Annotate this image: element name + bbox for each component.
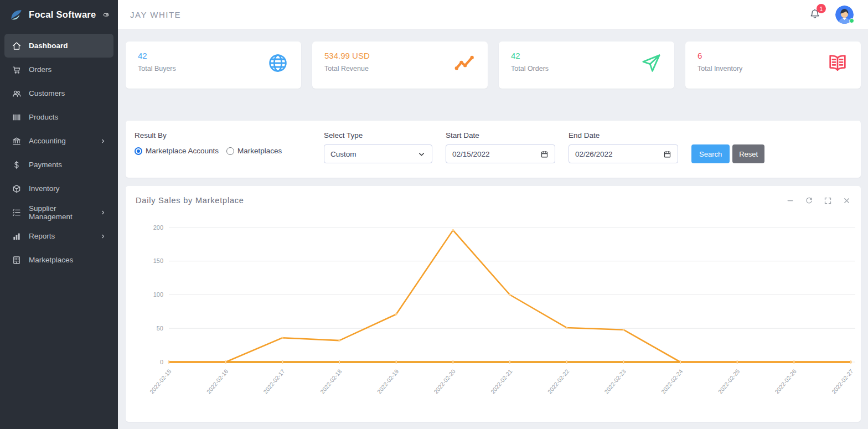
line-chart: 0501001502002022-02-152022-02-162022-02-… [136, 219, 851, 415]
svg-text:2022-02-20: 2022-02-20 [432, 368, 457, 395]
user-avatar[interactable] [835, 6, 854, 24]
sidebar-item-products[interactable]: Products [4, 105, 113, 129]
brand-name: Focal Software [29, 9, 96, 20]
sidebar-item-orders[interactable]: Orders [4, 58, 113, 81]
svg-text:2022-02-16: 2022-02-16 [205, 368, 229, 395]
sidebar-item-label: Supplier Management [29, 204, 92, 221]
svg-text:2022-02-17: 2022-02-17 [262, 368, 286, 395]
notifications-button[interactable]: 1 [809, 8, 821, 21]
sidebar-item-accounting[interactable]: Accounting [4, 129, 113, 153]
sidebar: Focal Software DashboardOrdersCustomersP… [0, 0, 118, 429]
bar-chart-icon [12, 231, 22, 241]
select-type-label: Select Type [324, 131, 432, 139]
svg-text:2022-02-24: 2022-02-24 [660, 368, 684, 395]
chart-panel: Daily Sales by Marketplace [126, 186, 861, 422]
stat-card-total-orders: 42Total Orders [499, 42, 674, 89]
stat-card-total-buyers: 42Total Buyers [126, 42, 301, 89]
select-type-dropdown[interactable]: Custom [324, 144, 432, 163]
stat-value: 6 [698, 51, 742, 60]
trend-icon [453, 52, 476, 74]
radio-marketplace-accounts-label[interactable]: Marketplace Accounts [146, 147, 219, 155]
sidebar-item-label: Dashboard [29, 42, 68, 50]
svg-text:150: 150 [153, 257, 163, 264]
dollar-icon [12, 160, 22, 170]
calendar-icon [540, 150, 549, 158]
minimize-icon[interactable] [786, 197, 794, 205]
svg-text:2022-02-19: 2022-02-19 [375, 368, 400, 395]
users-icon [12, 89, 22, 99]
svg-text:100: 100 [153, 291, 163, 298]
close-icon[interactable] [843, 197, 851, 205]
svg-text:2022-02-15: 2022-02-15 [148, 368, 173, 395]
stat-label: Total Revenue [324, 65, 370, 73]
sidebar-collapse-toggle-icon[interactable] [103, 10, 109, 19]
online-status-dot [849, 18, 854, 23]
stat-label: Total Inventory [698, 65, 742, 73]
chevron-right-icon [100, 138, 106, 144]
radio-marketplaces[interactable] [226, 147, 234, 155]
svg-text:2022-02-25: 2022-02-25 [716, 368, 741, 395]
main-area: JAY WHITE 1 [118, 0, 868, 429]
stat-card-total-revenue: 534.99 USDTotal Revenue [312, 42, 488, 89]
refresh-icon[interactable] [805, 197, 813, 205]
chevron-down-icon [417, 150, 426, 158]
stat-label: Total Orders [511, 65, 549, 73]
brand: Focal Software [0, 0, 118, 29]
reset-button[interactable]: Reset [732, 144, 764, 163]
building-icon [12, 255, 22, 265]
sidebar-item-inventory[interactable]: Inventory [4, 177, 113, 200]
svg-text:2022-02-22: 2022-02-22 [546, 368, 570, 395]
cube-icon [12, 184, 22, 194]
sidebar-item-label: Customers [29, 89, 65, 97]
start-date-input[interactable]: 02/15/2022 [446, 144, 555, 163]
sidebar-item-marketplaces[interactable]: Marketplaces [4, 248, 113, 272]
sidebar-item-label: Products [29, 113, 58, 121]
page-title: JAY WHITE [130, 10, 181, 19]
chart-toolbar [786, 197, 851, 205]
radio-marketplace-accounts[interactable] [135, 147, 142, 155]
svg-text:0: 0 [160, 359, 163, 365]
calendar-icon [663, 150, 671, 158]
sidebar-item-supplier-management[interactable]: Supplier Management [4, 200, 113, 224]
bank-icon [12, 136, 22, 146]
select-type-value: Custom [330, 150, 356, 158]
sidebar-item-label: Payments [29, 161, 62, 169]
stats-cards-row: 42Total Buyers534.99 USDTotal Revenue42T… [126, 42, 861, 89]
content: 42Total Buyers534.99 USDTotal Revenue42T… [118, 29, 868, 422]
radio-marketplaces-label[interactable]: Marketplaces [237, 147, 282, 155]
send-icon [640, 52, 662, 74]
svg-text:50: 50 [157, 325, 163, 332]
stat-card-total-inventory: 6Total Inventory [685, 42, 861, 89]
sidebar-item-dashboard[interactable]: Dashboard [4, 34, 113, 58]
sidebar-item-reports[interactable]: Reports [4, 224, 113, 248]
home-icon [12, 41, 22, 51]
search-button[interactable]: Search [691, 144, 730, 163]
brand-leaf-icon [9, 8, 23, 22]
sidebar-item-label: Reports [29, 232, 55, 240]
start-date-value: 02/15/2022 [452, 150, 490, 158]
barcode-icon [12, 112, 22, 122]
sidebar-item-customers[interactable]: Customers [4, 81, 113, 105]
filter-panel: Result By Marketplace Accounts Marketpla… [126, 121, 861, 178]
sidebar-item-label: Accounting [29, 137, 66, 145]
chevron-right-icon [100, 209, 106, 216]
sidebar-item-label: Inventory [29, 184, 60, 193]
svg-text:2022-02-18: 2022-02-18 [319, 368, 343, 395]
fullscreen-icon[interactable] [824, 197, 832, 205]
sidebar-item-payments[interactable]: Payments [4, 153, 113, 177]
chevron-right-icon [100, 233, 106, 240]
list-icon [12, 208, 22, 218]
chart-title: Daily Sales by Marketplace [136, 196, 244, 205]
end-date-input[interactable]: 02/26/2022 [569, 144, 678, 163]
book-icon [826, 52, 849, 74]
sidebar-menu: DashboardOrdersCustomersProductsAccounti… [0, 29, 118, 272]
result-by-label: Result By [135, 131, 311, 139]
topbar: JAY WHITE 1 [118, 0, 868, 29]
cart-icon [12, 65, 22, 75]
stat-value: 534.99 USD [324, 51, 370, 60]
svg-text:2022-02-27: 2022-02-27 [830, 368, 855, 395]
stat-value: 42 [138, 51, 176, 60]
end-date-value: 02/26/2022 [575, 150, 613, 158]
sidebar-item-label: Orders [29, 65, 51, 74]
svg-text:2022-02-21: 2022-02-21 [489, 368, 514, 395]
